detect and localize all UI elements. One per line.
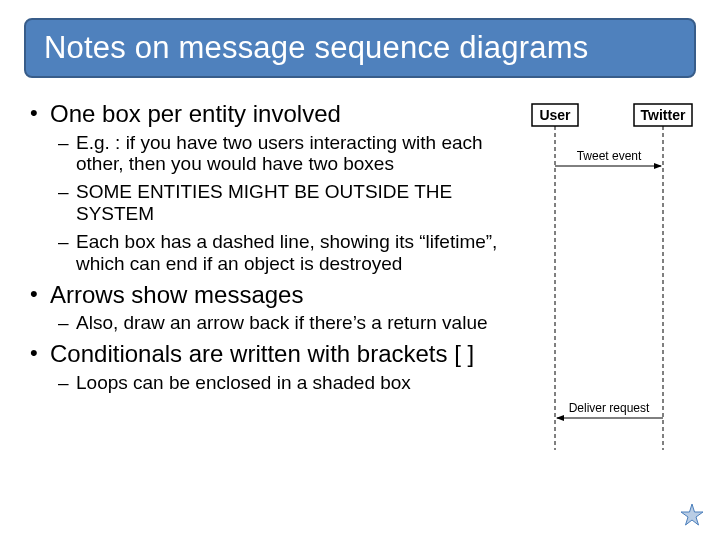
svg-marker-1: [681, 504, 703, 525]
bullet-lvl2: E.g. : if you have two users interacting…: [24, 132, 520, 176]
entity-label-user: User: [539, 107, 571, 123]
message-label-tweet: Tweet event: [577, 149, 642, 163]
bullet-lvl1: Arrows show messages: [24, 281, 520, 309]
star-icon: [678, 502, 706, 530]
bullet-lvl1: Conditionals are written with brackets […: [24, 340, 520, 368]
bullet-lvl2: SOME ENTITIES MIGHT BE OUTSIDE THE SYSTE…: [24, 181, 520, 225]
content-area: One box per entity involved E.g. : if yo…: [24, 100, 696, 464]
entity-label-twitter: Twitter: [641, 107, 686, 123]
sequence-diagram-svg: User Twitter Tweet event Deliver request: [528, 100, 696, 460]
text-column: One box per entity involved E.g. : if yo…: [24, 100, 528, 464]
bullet-lvl2: Each box has a dashed line, showing its …: [24, 231, 520, 275]
message-label-deliver: Deliver request: [569, 401, 650, 415]
bullet-lvl2: Loops can be enclosed in a shaded box: [24, 372, 520, 394]
bullet-lvl2: Also, draw an arrow back if there’s a re…: [24, 312, 520, 334]
bullet-list: One box per entity involved E.g. : if yo…: [24, 100, 520, 394]
bullet-lvl1: One box per entity involved: [24, 100, 520, 128]
sequence-diagram: User Twitter Tweet event Deliver request: [528, 100, 696, 464]
slide-title: Notes on message sequence diagrams: [24, 18, 696, 78]
